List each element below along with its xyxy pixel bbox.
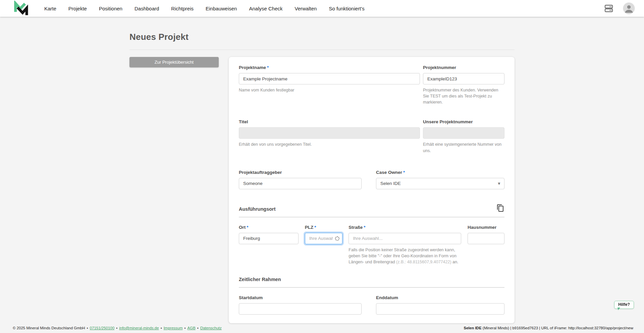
footer: © 2025 Mineral Minds Deutschland GmbH • … <box>0 324 644 333</box>
nav-item-so-funktionierts[interactable]: So funktioniert's <box>329 6 364 11</box>
required-marker: * <box>247 225 248 230</box>
projektnummer-help: Projektnummer des Kunden. Verwenden Sie … <box>423 87 504 105</box>
session-info: Selen IDE (Mineral Minds) | b91695ed7623… <box>464 326 633 330</box>
required-marker: * <box>364 225 365 230</box>
strasse-input[interactable] <box>348 233 461 244</box>
required-marker: * <box>267 65 269 70</box>
top-navigation: Karte Projekte Positionen Dashboard Rich… <box>0 0 644 17</box>
zur-projektuebersicht-button[interactable]: Zur Projektübersicht <box>129 57 219 67</box>
unsere-projektnummer-label: Unsere Projektnummer <box>423 119 504 124</box>
required-marker: * <box>314 225 316 230</box>
plz-label: PLZ* <box>305 225 342 230</box>
titel-help: Erhält den von uns vorgegebenen Titel. <box>239 141 420 147</box>
hausnummer-input[interactable] <box>468 233 504 244</box>
nav-item-richtpreis[interactable]: Richtpreis <box>171 6 194 11</box>
enddatum-input[interactable] <box>376 303 504 315</box>
nav-item-positionen[interactable]: Positionen <box>99 6 122 11</box>
zeitlicher-rahmen-section-title: Zeitlicher Rahmen <box>239 277 281 282</box>
nav-item-dashboard[interactable]: Dashboard <box>135 6 159 11</box>
strasse-help: Falls die Position keiner Straße zugeord… <box>348 247 461 265</box>
projektnummer-label: Projektnummer <box>423 65 504 70</box>
chevron-down-icon: ▼ <box>497 181 501 186</box>
loading-spinner-icon <box>335 236 339 241</box>
nav-item-karte[interactable]: Karte <box>44 6 56 11</box>
nav-item-analyse-check[interactable]: Analyse Check <box>249 6 282 11</box>
project-form-card: Projektname* Name vom Kunden festlegbar … <box>229 57 515 323</box>
nav-item-projekte[interactable]: Projekte <box>68 6 87 11</box>
titel-input <box>239 127 420 139</box>
unsere-projektnummer-input <box>423 127 504 139</box>
server-dns-icon[interactable] <box>604 3 614 13</box>
footer-link-datenschutz[interactable]: Datenschutz <box>200 326 222 330</box>
projektnummer-input[interactable] <box>423 73 504 84</box>
enddatum-label: Enddatum <box>376 295 504 300</box>
projektname-help: Name vom Kunden festlegbar <box>239 87 420 93</box>
startdatum-label: Startdatum <box>239 295 362 300</box>
mineral-minds-logo-icon[interactable] <box>13 1 28 16</box>
main-menu: Karte Projekte Positionen Dashboard Rich… <box>44 6 365 11</box>
titel-label: Titel <box>239 119 420 124</box>
ausfuehrungsort-section-title: Ausführungsort <box>239 206 276 212</box>
startdatum-input[interactable] <box>239 303 362 315</box>
ort-input[interactable] <box>239 233 299 244</box>
user-avatar-icon[interactable] <box>623 3 635 14</box>
copy-icon[interactable] <box>496 204 504 212</box>
strasse-label: Straße* <box>348 225 461 230</box>
hausnummer-label: Hausnummer <box>468 225 504 230</box>
projektauftraggeber-label: Projektauftraggeber <box>239 170 362 175</box>
nav-item-einbauweisen[interactable]: Einbauweisen <box>206 6 237 11</box>
required-marker: * <box>403 170 405 175</box>
title-divider <box>129 50 515 50</box>
projektname-input[interactable] <box>239 73 420 84</box>
footer-link-phone[interactable]: 07151/250100 <box>90 326 115 330</box>
projektauftraggeber-input[interactable] <box>239 178 362 189</box>
case-owner-select[interactable]: Selen IDE ▼ <box>376 178 504 189</box>
footer-link-agb[interactable]: AGB <box>187 326 196 330</box>
page-title: Neues Projekt <box>129 32 515 42</box>
nav-item-verwalten[interactable]: Verwalten <box>295 6 317 11</box>
footer-link-impressum[interactable]: Impressum <box>164 326 183 330</box>
unsere-projektnummer-help: Erhält eine systemgenerierte Nummer von … <box>423 141 504 153</box>
case-owner-selected-value: Selen IDE <box>380 181 401 186</box>
footer-copyright: © 2025 Mineral Minds Deutschland GmbH <box>13 326 85 330</box>
hilfe-button[interactable]: Hilfe? <box>614 301 634 309</box>
case-owner-label: Case Owner* <box>376 170 504 175</box>
projektname-label: Projektname* <box>239 65 420 70</box>
ort-label: Ort* <box>239 225 299 230</box>
page-content: Neues Projekt Zur Projektübersicht Proje… <box>129 17 515 333</box>
footer-link-email[interactable]: info@mineral-minds.de <box>119 326 159 330</box>
